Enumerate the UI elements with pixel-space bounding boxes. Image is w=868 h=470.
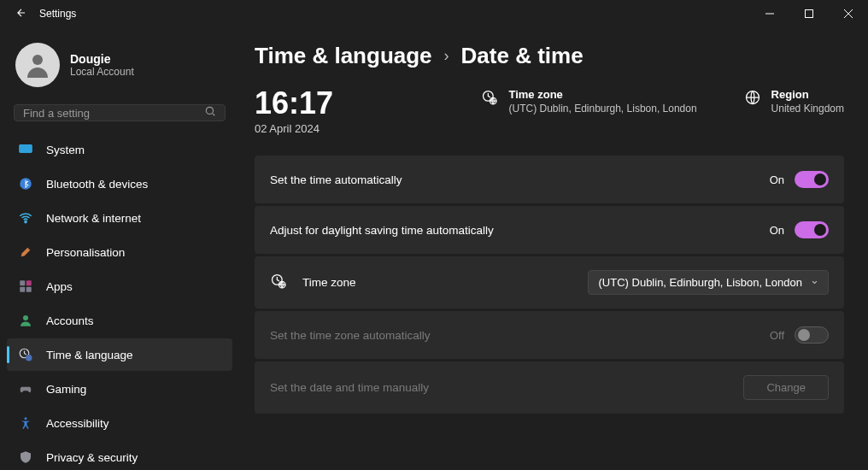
- setting-dst: Adjust for daylight saving time automati…: [255, 206, 844, 254]
- system-icon: [17, 141, 34, 158]
- nav-label: Personalisation: [46, 246, 125, 259]
- info-value: (UTC) Dublin, Edinburgh, Lisbon, London: [508, 103, 696, 115]
- info-title: Region: [771, 88, 844, 101]
- breadcrumb: Time & language › Date & time: [255, 43, 844, 69]
- current-date: 02 April 2024: [255, 122, 333, 135]
- svg-point-11: [23, 315, 28, 320]
- nav-label: Privacy & security: [46, 451, 138, 464]
- svg-rect-9: [20, 287, 25, 292]
- profile-sub: Local Account: [70, 66, 134, 78]
- info-value: United Kingdom: [771, 103, 844, 115]
- avatar: [15, 43, 60, 87]
- sidebar-item-personalisation[interactable]: Personalisation: [7, 236, 232, 268]
- svg-rect-0: [806, 10, 813, 18]
- sidebar-item-time-language[interactable]: Time & language: [7, 338, 232, 371]
- info-row: 16:17 02 April 2024 Time zone (UTC) Dubl…: [255, 88, 844, 135]
- nav-label: Bluetooth & devices: [46, 178, 148, 191]
- svg-point-1: [32, 55, 43, 65]
- minimize-button[interactable]: [750, 0, 789, 27]
- sidebar-item-system[interactable]: System: [7, 133, 232, 166]
- sidebar: Dougie Local Account System Bluetooth & …: [0, 27, 239, 470]
- wifi-icon: [17, 209, 34, 226]
- brush-icon: [17, 244, 34, 261]
- toggle-state: On: [770, 224, 784, 237]
- current-time: 16:17: [255, 88, 333, 119]
- toggle-state: On: [770, 173, 784, 186]
- svg-rect-8: [26, 280, 32, 285]
- dst-toggle[interactable]: [795, 221, 829, 238]
- search-box[interactable]: [14, 104, 226, 121]
- bluetooth-icon: [17, 175, 34, 192]
- page-title: Date & time: [461, 43, 584, 69]
- nav-label: Time & language: [46, 349, 133, 361]
- setting-label: Time zone: [270, 273, 356, 292]
- breadcrumb-parent[interactable]: Time & language: [255, 43, 432, 69]
- search-input[interactable]: [23, 107, 204, 120]
- content-panel: Time & language › Date & time 16:17 02 A…: [239, 27, 868, 470]
- sidebar-item-accounts[interactable]: Accounts: [7, 304, 232, 337]
- sidebar-item-privacy[interactable]: Privacy & security: [7, 441, 232, 470]
- svg-point-2: [206, 107, 213, 114]
- maximize-button[interactable]: [789, 0, 829, 27]
- nav-list: System Bluetooth & devices Network & int…: [7, 133, 232, 470]
- settings-list: Set the time automatically On Adjust for…: [255, 156, 844, 414]
- clock-globe-icon: [481, 89, 498, 109]
- shield-icon: [17, 449, 34, 466]
- auto-timezone-toggle[interactable]: [795, 326, 829, 344]
- setting-label: Set the time zone automatically: [270, 329, 431, 342]
- nav-label: System: [46, 144, 85, 156]
- region-info[interactable]: Region United Kingdom: [744, 88, 844, 115]
- window-title: Settings: [39, 8, 76, 20]
- accessibility-icon: [17, 414, 34, 432]
- sidebar-item-accessibility[interactable]: Accessibility: [7, 407, 232, 439]
- search-icon: [204, 105, 216, 120]
- clock-globe-icon: [270, 273, 287, 292]
- sidebar-item-network[interactable]: Network & internet: [7, 202, 232, 234]
- setting-label: Adjust for daylight saving time automati…: [270, 224, 494, 237]
- svg-point-14: [25, 417, 27, 420]
- gamepad-icon: [17, 380, 34, 397]
- nav-label: Apps: [46, 280, 73, 293]
- clock-globe-icon: [17, 346, 34, 363]
- svg-rect-4: [20, 144, 32, 153]
- svg-point-6: [25, 220, 26, 222]
- tz-label: Time zone: [302, 276, 356, 289]
- info-title: Time zone: [508, 88, 696, 101]
- setting-label: Set the date and time manually: [270, 381, 429, 394]
- clock-block: 16:17 02 April 2024: [255, 88, 333, 135]
- profile-name: Dougie: [70, 52, 134, 66]
- timezone-dropdown[interactable]: (UTC) Dublin, Edinburgh, Lisbon, London: [588, 270, 829, 295]
- timezone-info[interactable]: Time zone (UTC) Dublin, Edinburgh, Lisbo…: [481, 88, 696, 115]
- chevron-right-icon: ›: [444, 47, 449, 65]
- close-button[interactable]: [829, 0, 868, 27]
- change-button[interactable]: Change: [743, 375, 829, 400]
- titlebar: Settings: [0, 0, 868, 27]
- setting-timezone: Time zone (UTC) Dublin, Edinburgh, Lisbo…: [255, 256, 844, 308]
- setting-manual: Set the date and time manually Change: [255, 361, 844, 414]
- apps-icon: [17, 278, 34, 295]
- profile-block[interactable]: Dougie Local Account: [7, 36, 232, 99]
- sidebar-item-gaming[interactable]: Gaming: [7, 373, 232, 405]
- sidebar-item-apps[interactable]: Apps: [7, 270, 232, 303]
- nav-label: Gaming: [46, 383, 86, 396]
- person-icon: [17, 312, 34, 329]
- sidebar-item-bluetooth[interactable]: Bluetooth & devices: [7, 167, 232, 200]
- nav-label: Accessibility: [46, 417, 109, 430]
- back-button[interactable]: [15, 7, 27, 21]
- setting-auto-timezone: Set the time zone automatically Off: [255, 311, 844, 359]
- setting-auto-time: Set the time automatically On: [255, 156, 844, 203]
- auto-time-toggle[interactable]: [795, 171, 829, 188]
- nav-label: Network & internet: [46, 212, 141, 225]
- nav-label: Accounts: [46, 314, 94, 327]
- globe-icon: [744, 89, 761, 109]
- svg-rect-10: [26, 287, 32, 292]
- svg-rect-7: [20, 280, 25, 285]
- setting-label: Set the time automatically: [270, 173, 402, 186]
- svg-point-13: [26, 355, 32, 361]
- toggle-state: Off: [770, 329, 784, 342]
